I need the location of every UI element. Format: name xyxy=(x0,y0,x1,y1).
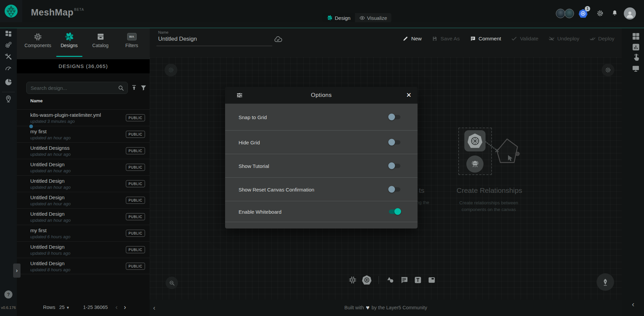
design-list-item[interactable]: Untitled Design updated an hour ago PUBL… xyxy=(17,159,150,175)
design-list-item[interactable]: Untitled Design updated an hour ago PUBL… xyxy=(17,175,150,192)
design-list: k8s-wasm-plugin-ratelimiter.yml updated … xyxy=(17,109,150,274)
design-updated: updated an hour ago xyxy=(30,135,71,140)
wasm-filter-icon: WA xyxy=(127,32,137,41)
design-list-item[interactable]: Untitled Design updated an hour ago PUBL… xyxy=(17,192,150,208)
dock-kubernetes-icon[interactable] xyxy=(362,275,371,285)
option-label: Show Reset Canvas Confirmation xyxy=(239,186,314,192)
validate-button[interactable]: Validate xyxy=(511,36,538,42)
design-name: Untitled Design xyxy=(30,178,65,184)
zoom-out-icon xyxy=(169,280,175,286)
user-avatar[interactable] xyxy=(624,7,636,20)
collapse-right-panel-icon[interactable]: ‹ xyxy=(632,300,634,309)
search-icon[interactable] xyxy=(117,84,124,92)
button-label: Deploy xyxy=(598,36,614,42)
tab-visualize-label: Visualize xyxy=(367,15,387,21)
occluded-tutorial-title-fragment: ts xyxy=(419,186,424,195)
tab-design[interactable]: Design xyxy=(322,13,355,23)
whiteboard-pen-button[interactable] xyxy=(597,273,614,291)
visibility-badge: PUBLIC xyxy=(126,197,145,204)
canvas-footer: ‹ Built with ♥ by the Layer5 Community xyxy=(150,300,622,316)
settings-gear-icon[interactable] xyxy=(596,9,604,17)
option-label: Show Tutorial xyxy=(239,163,269,169)
deploy-button[interactable]: Deploy xyxy=(589,36,614,42)
design-updated: updated 6 hours ago xyxy=(30,234,70,239)
design-name: Untitled Design xyxy=(30,195,65,200)
widgets-grid-icon[interactable] xyxy=(632,32,640,41)
save-as-button[interactable]: Save As xyxy=(432,36,460,42)
prev-page-icon[interactable]: ‹ xyxy=(115,303,118,311)
new-button[interactable]: New xyxy=(402,36,422,42)
design-name-input[interactable] xyxy=(158,36,269,42)
design-name: k8s-wasm-plugin-ratelimiter.yml xyxy=(30,112,101,118)
zoom-out-button[interactable] xyxy=(166,277,178,289)
design-list-item[interactable]: Untitled Design updated 8 hours ago PUBL… xyxy=(17,241,150,258)
design-list-item[interactable]: Untitled Designss updated an hour ago PU… xyxy=(17,142,150,159)
configuration-tools-icon[interactable] xyxy=(4,52,12,61)
dock-media-icon[interactable] xyxy=(427,276,436,284)
layer5-logo[interactable] xyxy=(0,0,22,22)
expand-sidebar-handle[interactable]: › xyxy=(13,264,21,278)
option-toggle-hide-grid[interactable] xyxy=(389,140,400,144)
meshmap-pin-icon[interactable] xyxy=(4,95,12,103)
notifications-bell-icon[interactable] xyxy=(611,9,618,17)
dock-text-icon[interactable] xyxy=(414,276,422,284)
panel-tab-designs[interactable]: Designs xyxy=(53,28,85,59)
rows-per-page-select[interactable]: 25 ▼ xyxy=(59,305,70,310)
app-version: v0.6.176 xyxy=(0,306,17,310)
dock-comment-icon[interactable] xyxy=(400,276,408,284)
help-button[interactable]: ? xyxy=(4,290,12,299)
toggle-knob xyxy=(388,139,395,146)
close-icon[interactable]: ✕ xyxy=(406,87,412,104)
comment-button[interactable]: Comment xyxy=(470,36,501,42)
canvas-loader-button[interactable] xyxy=(165,64,177,76)
import-design-icon[interactable] xyxy=(131,84,138,91)
design-list-item[interactable]: my first updated an hour ago PUBLIC xyxy=(17,126,150,142)
filter-funnel-icon[interactable] xyxy=(140,84,147,91)
design-updated: updated an hour ago xyxy=(30,201,71,206)
panel-tab-components[interactable]: Components xyxy=(22,28,53,59)
design-list-item[interactable]: my first updated 6 hours ago PUBLIC xyxy=(17,225,150,241)
design-name: Untitled Design xyxy=(30,244,65,250)
lifecycle-gears-icon[interactable] xyxy=(4,41,12,49)
collaborator-avatar-1[interactable] xyxy=(556,9,565,18)
option-toggle-show-reset-confirmation[interactable] xyxy=(389,187,400,191)
visibility-badge: PUBLIC xyxy=(126,246,145,253)
option-row-hide-grid: Hide Grid xyxy=(225,131,418,154)
interaction-touch-icon[interactable] xyxy=(632,53,640,62)
next-page-icon[interactable]: › xyxy=(124,303,126,311)
canvas-toolbar: Name New Save As Comment xyxy=(150,28,622,57)
collaborator-avatar-2[interactable] xyxy=(565,9,574,18)
tutorial-k8s-tile xyxy=(464,130,486,151)
display-monitor-icon[interactable] xyxy=(632,64,640,73)
toggle-knob xyxy=(388,163,395,169)
option-toggle-snap-to-grid[interactable] xyxy=(389,115,400,119)
tutorial-relationship-graphic xyxy=(485,136,527,167)
designs-count-header: DESIGNS (36,065) xyxy=(17,59,150,73)
design-list-item[interactable]: k8s-wasm-plugin-ratelimiter.yml updated … xyxy=(17,109,150,126)
service-mesh-pie-icon[interactable] xyxy=(4,78,12,86)
panel-tab-catalog[interactable]: Catalog xyxy=(85,28,116,59)
performance-gauge-icon[interactable] xyxy=(4,64,12,72)
tab-visualize[interactable]: Visualize xyxy=(355,13,392,23)
dock-shapes-icon[interactable] xyxy=(386,276,395,284)
metrics-chart-icon[interactable] xyxy=(632,43,640,51)
search-input[interactable] xyxy=(31,82,115,94)
design-list-item[interactable]: Untitled Design updated 8 hours ago PUBL… xyxy=(17,258,150,274)
modal-title: Options xyxy=(225,87,418,104)
panel-tab-label: Filters xyxy=(125,43,138,48)
chip-icon xyxy=(33,32,42,41)
dashboard-icon[interactable] xyxy=(4,30,12,38)
dock-components-icon[interactable] xyxy=(348,276,357,284)
design-list-item[interactable]: Untitled Design updated an hour ago PUBL… xyxy=(17,208,150,225)
input-underline xyxy=(156,46,272,46)
canvas-options-button[interactable] xyxy=(602,64,614,76)
design-updated: updated an hour ago xyxy=(30,168,71,173)
design-updated: updated an hour ago xyxy=(30,185,71,190)
gear-icon xyxy=(605,67,611,73)
design-name-label: Name xyxy=(158,30,169,34)
option-toggle-show-tutorial[interactable] xyxy=(389,164,400,168)
panel-tab-filters[interactable]: WA Filters xyxy=(116,28,147,59)
option-toggle-enable-whiteboard[interactable] xyxy=(389,209,400,214)
design-updated: updated an hour ago xyxy=(30,152,71,157)
undeploy-button[interactable]: Undeploy xyxy=(548,36,579,42)
